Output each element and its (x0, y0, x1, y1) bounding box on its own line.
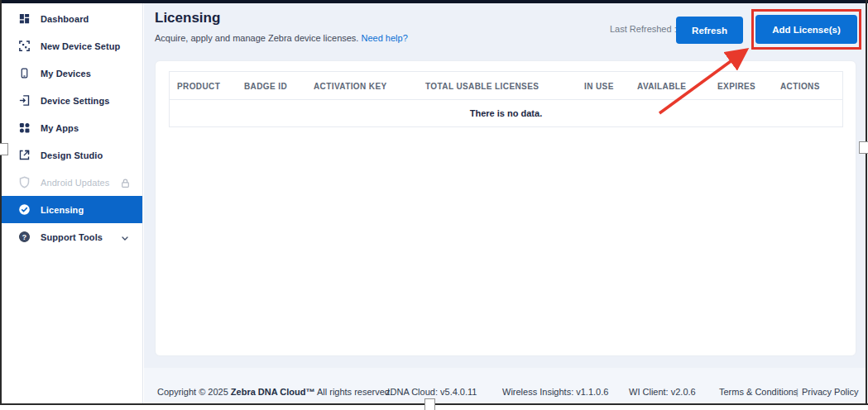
column-header-expires[interactable]: EXPIRES (717, 82, 755, 91)
column-header-available[interactable]: AVAILABLE (637, 82, 686, 91)
privacy-policy-link[interactable]: Privacy Policy (802, 387, 858, 397)
table-empty-row: There is no data. (170, 100, 842, 126)
sidebar-item-licensing[interactable]: Licensing (2, 196, 142, 223)
svg-text:?: ? (22, 233, 26, 241)
lock-icon (120, 177, 131, 188)
column-header-badge-id[interactable]: BADGE ID (244, 82, 287, 91)
sidebar-item-support-tools[interactable]: ? Support Tools (2, 223, 142, 250)
sidebar: Dashboard New Device Setup My Devices (2, 3, 143, 403)
annotation-highlight-box: Add License(s) (751, 9, 861, 50)
page-subtitle: Acquire, apply and manage Zebra device l… (155, 33, 408, 43)
license-badge-icon (18, 203, 31, 216)
page-subtitle-text: Acquire, apply and manage Zebra device l… (155, 33, 358, 43)
sidebar-item-label: My Apps (41, 123, 79, 133)
column-header-product[interactable]: PRODUCT (177, 82, 220, 91)
resize-handle-bottom[interactable] (424, 398, 435, 410)
device-settings-icon (18, 94, 31, 107)
sidebar-item-label: Support Tools (41, 232, 103, 242)
help-circle-icon: ? (18, 231, 31, 243)
android-shield-icon (18, 176, 31, 188)
resize-handle-left[interactable] (0, 143, 8, 155)
sidebar-item-label: My Devices (41, 69, 91, 79)
column-header-in-use[interactable]: IN USE (584, 82, 614, 91)
licenses-table: PRODUCT BADGE ID ACTIVATION KEY TOTAL US… (169, 71, 843, 127)
sidebar-item-design-studio[interactable]: Design Studio (2, 141, 142, 169)
need-help-link[interactable]: Need help? (361, 33, 407, 43)
wi-client-version: WI Client: v2.0.6 (629, 387, 696, 397)
screenshot-root: Dashboard New Device Setup My Devices (0, 0, 868, 410)
sidebar-item-label: New Device Setup (41, 41, 120, 51)
sidebar-item-my-apps[interactable]: My Apps (2, 114, 142, 141)
wireless-insights-version: Wireless Insights: v1.1.0.6 (502, 387, 608, 397)
empty-message: There is no data. (470, 108, 542, 118)
licenses-card: PRODUCT BADGE ID ACTIVATION KEY TOTAL US… (155, 60, 856, 356)
zdna-version: zDNA Cloud: v5.4.0.11 (386, 387, 477, 397)
footer-separator: | (796, 387, 798, 397)
sidebar-item-device-settings[interactable]: Device Settings (2, 87, 142, 114)
sidebar-item-new-device-setup[interactable]: New Device Setup (2, 32, 142, 60)
apps-grid-icon (18, 122, 31, 134)
sidebar-item-my-devices[interactable]: My Devices (2, 60, 142, 87)
footer: Copyright © 2025 Zebra DNA Cloud™ All ri… (144, 368, 866, 403)
sidebar-item-label: Device Settings (41, 96, 109, 106)
window-left-edge (0, 0, 2, 405)
table-header-row: PRODUCT BADGE ID ACTIVATION KEY TOTAL US… (170, 72, 842, 100)
column-header-total-usable-licenses[interactable]: TOTAL USABLE LICENSES (425, 82, 539, 91)
smartphone-icon (18, 67, 31, 79)
sidebar-item-android-updates[interactable]: Android Updates (2, 169, 142, 196)
design-studio-icon (18, 149, 31, 161)
copyright-text: Copyright © 2025 Zebra DNA Cloud™ All ri… (157, 387, 392, 397)
sidebar-item-dashboard[interactable]: Dashboard (2, 5, 142, 32)
main-content: Licensing Acquire, apply and manage Zebr… (144, 3, 866, 403)
column-header-actions: ACTIONS (780, 82, 820, 91)
sidebar-item-label: Dashboard (41, 14, 89, 24)
sidebar-item-label: Licensing (41, 205, 84, 215)
sidebar-item-label: Design Studio (41, 150, 103, 160)
add-licenses-button[interactable]: Add License(s) (755, 15, 857, 44)
terms-conditions-link[interactable]: Terms & Conditions (719, 387, 798, 397)
chevron-down-icon (120, 231, 131, 242)
dashboard-icon (18, 12, 31, 25)
sidebar-item-label: Android Updates (41, 178, 109, 188)
qr-scan-icon (18, 40, 31, 52)
column-header-activation-key[interactable]: ACTIVATION KEY (314, 82, 387, 91)
brand-name: Zebra DNA Cloud™ (231, 387, 315, 397)
page-title: Licensing (155, 10, 220, 26)
refresh-button[interactable]: Refresh (676, 17, 743, 44)
resize-handle-right[interactable] (859, 141, 868, 154)
last-refreshed-label: Last Refreshed : (610, 24, 677, 34)
window-right-edge (866, 0, 867, 405)
